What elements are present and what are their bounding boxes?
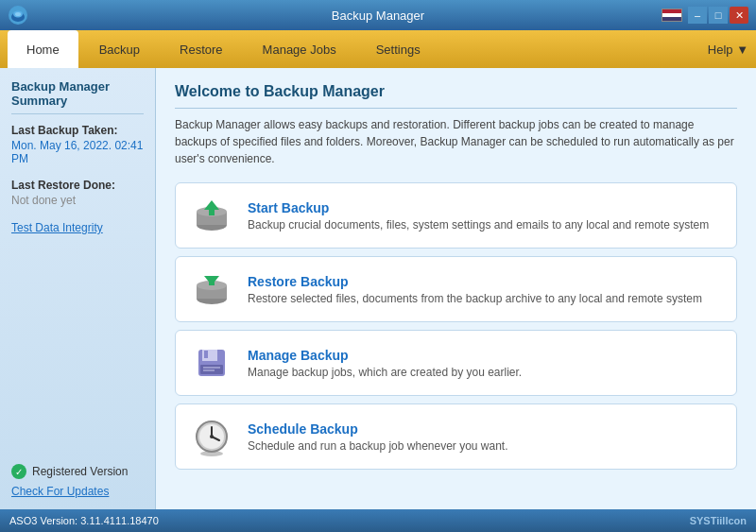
schedule-backup-title: Schedule Backup <box>248 421 508 437</box>
minimize-button[interactable]: – <box>688 7 707 24</box>
window-controls: – □ ✕ <box>662 7 748 24</box>
last-restore-value: Not done yet <box>11 194 144 207</box>
svg-rect-18 <box>203 367 220 369</box>
registered-section: ✓ Registered Version <box>11 464 144 479</box>
sidebar-title: Backup Manager Summary <box>11 79 144 114</box>
svg-rect-13 <box>209 276 215 285</box>
manage-backup-card[interactable]: Manage Backup Manage backup jobs, which … <box>175 330 737 396</box>
start-backup-title: Start Backup <box>248 200 709 215</box>
last-restore-label: Last Restore Done: <box>11 179 144 192</box>
svg-point-25 <box>200 451 223 456</box>
manage-backup-desc: Manage backup jobs, which are created by… <box>248 366 522 379</box>
main-content: Backup Manager Summary Last Backup Taken… <box>0 68 756 509</box>
tab-settings[interactable]: Settings <box>357 30 439 68</box>
test-integrity-section: Test Data Integrity <box>11 220 144 234</box>
manage-backup-icon <box>189 340 234 386</box>
sidebar: Backup Manager Summary Last Backup Taken… <box>0 68 156 509</box>
last-backup-label: Last Backup Taken: <box>11 124 144 137</box>
registered-label: Registered Version <box>32 465 128 478</box>
flag-icon <box>662 9 682 22</box>
schedule-backup-desc: Schedule and run a backup job whenever y… <box>248 439 508 453</box>
tab-manage-jobs[interactable]: Manage Jobs <box>244 30 355 68</box>
last-restore-section: Last Restore Done: Not done yet <box>11 179 144 213</box>
start-backup-desc: Backup crucial documents, files, system … <box>248 218 709 232</box>
restore-backup-card[interactable]: Restore Backup Restore selected files, d… <box>175 256 737 322</box>
schedule-backup-icon <box>189 414 234 459</box>
tab-backup[interactable]: Backup <box>80 30 159 68</box>
content-area: Welcome to Backup Manager Backup Manager… <box>156 68 756 509</box>
manage-backup-text: Manage Backup Manage backup jobs, which … <box>248 348 522 379</box>
help-menu[interactable]: Help ▼ <box>708 43 748 57</box>
start-backup-text: Start Backup Backup crucial documents, f… <box>248 200 709 232</box>
start-backup-card[interactable]: Start Backup Backup crucial documents, f… <box>175 182 737 249</box>
test-integrity-link[interactable]: Test Data Integrity <box>11 221 103 234</box>
schedule-backup-text: Schedule Backup Schedule and run a backu… <box>248 421 508 453</box>
restore-backup-desc: Restore selected files, documents from t… <box>248 292 702 305</box>
window-title: Backup Manager <box>332 9 424 23</box>
title-bar: Backup Manager – □ ✕ <box>0 0 756 30</box>
welcome-title: Welcome to Backup Manager <box>175 83 737 109</box>
svg-point-3 <box>15 12 21 16</box>
nav-tabs: Home Backup Restore Manage Jobs Settings <box>8 30 439 68</box>
svg-rect-8 <box>209 210 215 215</box>
start-backup-icon <box>189 193 234 238</box>
restore-backup-title: Restore Backup <box>248 274 702 289</box>
last-backup-value: Mon. May 16, 2022. 02:41 PM <box>11 139 144 165</box>
title-bar-left <box>8 5 28 26</box>
last-backup-section: Last Backup Taken: Mon. May 16, 2022. 02… <box>11 124 144 171</box>
svg-rect-19 <box>203 369 215 371</box>
maximize-button[interactable]: □ <box>709 7 728 24</box>
app-icon <box>8 5 28 26</box>
svg-point-24 <box>210 435 214 438</box>
schedule-backup-card[interactable]: Schedule Backup Schedule and run a backu… <box>175 403 737 470</box>
close-button[interactable]: ✕ <box>730 7 748 24</box>
welcome-desc: Backup Manager allows easy backups and r… <box>175 116 737 167</box>
check-updates-link[interactable]: Check For Updates <box>11 485 144 498</box>
tab-home[interactable]: Home <box>8 30 78 68</box>
tab-restore[interactable]: Restore <box>161 30 242 68</box>
registered-icon: ✓ <box>11 464 26 479</box>
svg-rect-16 <box>204 351 208 358</box>
restore-backup-text: Restore Backup Restore selected files, d… <box>248 274 702 305</box>
brand-label: SYSTiillcon <box>690 515 747 526</box>
manage-backup-title: Manage Backup <box>248 348 522 363</box>
nav-bar: Home Backup Restore Manage Jobs Settings… <box>0 30 756 68</box>
svg-marker-7 <box>204 200 219 210</box>
restore-backup-icon <box>189 266 234 312</box>
status-bar: ASO3 Version: 3.11.4111.18470 SYSTiillco… <box>0 509 756 532</box>
version-label: ASO3 Version: 3.11.4111.18470 <box>9 515 159 526</box>
